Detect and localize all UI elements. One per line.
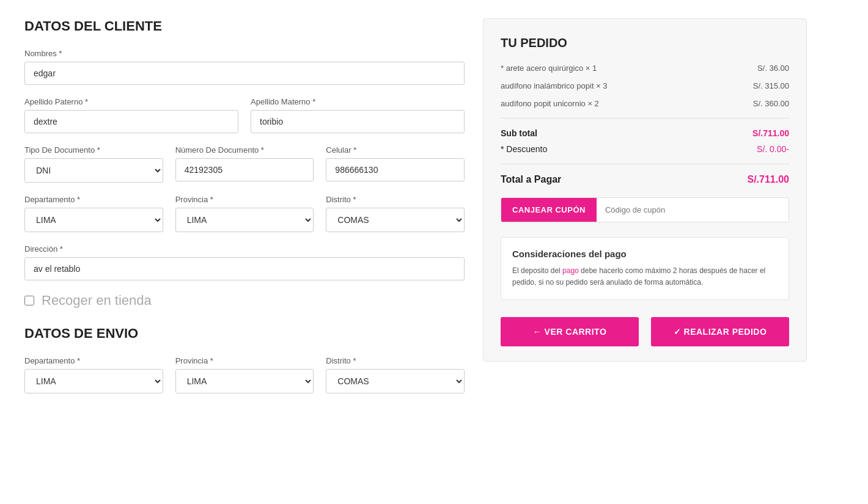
departamento2-select[interactable]: LIMA	[24, 369, 163, 393]
distrito-label: Distrito *	[326, 195, 465, 204]
departamento-group: Departamento * LIMA	[24, 195, 163, 232]
section-title-cliente: DATOS DEL CLIENTE	[24, 18, 465, 34]
distrito2-label: Distrito *	[326, 356, 465, 365]
apellido-materno-label: Apellido Materno *	[251, 97, 465, 106]
right-panel: TU PEDIDO * arete acero quirúrgico × 1 S…	[483, 18, 807, 406]
apellido-paterno-group: Apellido Paterno *	[24, 97, 238, 133]
distrito-select[interactable]: COMAS	[326, 208, 465, 232]
distrito2-group: Distrito * COMAS	[326, 356, 465, 393]
provincia-group: Provincia * LIMA	[175, 195, 314, 232]
apellido-paterno-input[interactable]	[24, 110, 238, 133]
departamento2-label: Departamento *	[24, 356, 163, 365]
descuento-label: * Descuento	[501, 144, 547, 154]
left-panel: DATOS DEL CLIENTE Nombres * Apellido Pat…	[24, 18, 465, 406]
coupon-row: CANJEAR CUPÓN	[501, 197, 789, 222]
tipo-documento-label: Tipo De Documento *	[24, 145, 163, 155]
considerations-text: El deposito del pago debe hacerlo como m…	[512, 265, 778, 288]
order-divider-2	[501, 164, 789, 164]
total-label: Total a Pagar	[501, 174, 561, 185]
celular-input[interactable]	[326, 158, 465, 181]
numero-documento-group: Número De Documento *	[175, 145, 314, 183]
apellido-paterno-label: Apellido Paterno *	[24, 97, 238, 106]
recoger-label: Recoger en tienda	[42, 293, 152, 309]
order-item-name: audífono popit unicornio × 2	[501, 99, 746, 108]
order-item-price: S/. 360.00	[753, 99, 789, 108]
provincia2-group: Provincia * LIMA	[175, 356, 314, 393]
apellido-materno-input[interactable]	[251, 110, 465, 133]
nombres-label: Nombres *	[24, 49, 465, 58]
coupon-input[interactable]	[597, 198, 789, 222]
descuento-value: S/. 0.00-	[757, 144, 789, 154]
order-divider	[501, 118, 789, 119]
highlight-pago: pago	[562, 266, 579, 275]
subtotal-row: Sub total S/.711.00	[501, 128, 789, 138]
numero-documento-label: Número De Documento *	[175, 145, 314, 155]
nombres-input[interactable]	[24, 62, 465, 85]
departamento2-group: Departamento * LIMA	[24, 356, 163, 393]
order-item-name: * arete acero quirúrgico × 1	[501, 64, 750, 73]
distrito2-select[interactable]: COMAS	[326, 369, 465, 393]
order-title: TU PEDIDO	[501, 36, 789, 50]
subtotal-value: S/.711.00	[752, 128, 789, 138]
order-item: audífono inalámbrico popit × 3 S/. 315.0…	[501, 81, 789, 90]
provincia-label: Provincia *	[175, 195, 314, 204]
direccion-group: Dirección *	[24, 244, 465, 280]
direccion-input[interactable]	[24, 257, 465, 280]
provincia2-select[interactable]: LIMA	[175, 369, 314, 393]
total-value: S/.711.00	[748, 174, 790, 185]
nombres-group: Nombres *	[24, 49, 465, 85]
apellido-materno-group: Apellido Materno *	[251, 97, 465, 133]
descuento-row: * Descuento S/. 0.00-	[501, 144, 789, 154]
order-item-price: S/. 315.00	[753, 81, 789, 90]
total-row: Total a Pagar S/.711.00	[501, 174, 789, 185]
coupon-button[interactable]: CANJEAR CUPÓN	[501, 198, 597, 222]
subtotal-label: Sub total	[501, 128, 537, 138]
provincia-select[interactable]: LIMA	[175, 208, 314, 232]
order-item: audífono popit unicornio × 2 S/. 360.00	[501, 99, 789, 108]
celular-label: Celular *	[326, 145, 465, 155]
order-item-name: audífono inalámbrico popit × 3	[501, 81, 746, 90]
order-item-price: S/. 36.00	[757, 64, 789, 73]
departamento-label: Departamento *	[24, 195, 163, 204]
tipo-documento-group: Tipo De Documento * DNI RUC CE	[24, 145, 163, 183]
order-items-list: * arete acero quirúrgico × 1 S/. 36.00 a…	[501, 64, 789, 108]
direccion-label: Dirección *	[24, 244, 465, 254]
numero-documento-input[interactable]	[175, 158, 314, 181]
action-buttons: ← VER CARRITO ✓ REALIZAR PEDIDO	[501, 317, 789, 346]
recoger-checkbox[interactable]	[24, 296, 34, 305]
considerations-box: Consideraciones del pago El deposito del…	[501, 237, 789, 300]
recoger-row: Recoger en tienda	[24, 293, 465, 309]
tipo-documento-select[interactable]: DNI RUC CE	[24, 158, 163, 183]
order-item: * arete acero quirúrgico × 1 S/. 36.00	[501, 64, 789, 73]
order-box: TU PEDIDO * arete acero quirúrgico × 1 S…	[483, 18, 807, 362]
considerations-title: Consideraciones del pago	[512, 249, 778, 259]
section-title-envio: DATOS DE ENVIO	[24, 326, 465, 341]
realizar-pedido-button[interactable]: ✓ REALIZAR PEDIDO	[651, 317, 789, 346]
ver-carrito-button[interactable]: ← VER CARRITO	[501, 317, 639, 346]
provincia2-label: Provincia *	[175, 356, 314, 365]
celular-group: Celular *	[326, 145, 465, 183]
distrito-group: Distrito * COMAS	[326, 195, 465, 232]
departamento-select[interactable]: LIMA	[24, 208, 163, 232]
